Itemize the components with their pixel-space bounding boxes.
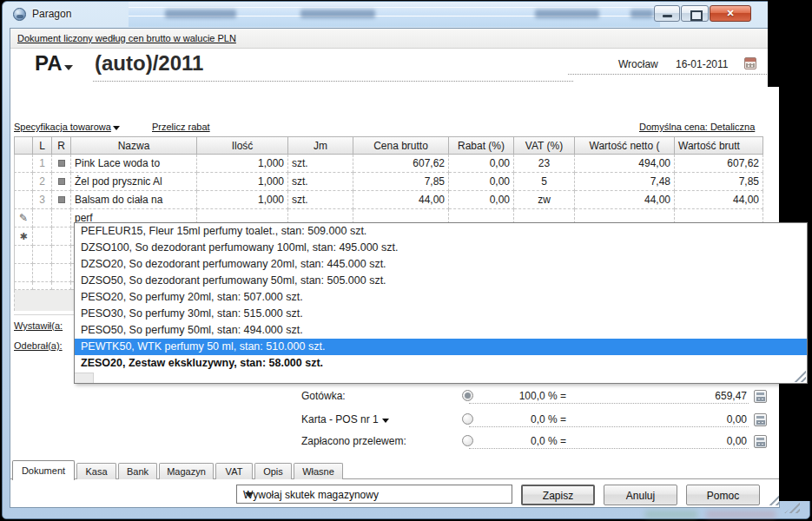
suggestion-item[interactable]: PESO30, So perfumy 30ml, stan: 515.000 s…	[75, 306, 807, 322]
tab-magazyn[interactable]: Magazyn	[159, 463, 214, 479]
cash-label: Gotówka:	[301, 390, 346, 402]
received-by-label[interactable]: Odebrał(a):	[14, 340, 63, 351]
help-button[interactable]: Pomoc	[686, 485, 760, 505]
window-title: Paragon	[32, 8, 71, 20]
tab-kasa[interactable]: Kasa	[76, 463, 116, 479]
table-row[interactable]: 2 Żel pod prysznic Al 1,000 szt. 7,85 0,…	[14, 173, 763, 191]
app-icon	[13, 8, 26, 21]
titlebar[interactable]: Paragon	[3, 2, 809, 27]
document-number[interactable]: (auto)/2011	[95, 51, 203, 76]
col-unit[interactable]: Jm	[288, 136, 353, 155]
row-flag-icon	[58, 178, 65, 185]
transfer-radio[interactable]	[462, 435, 473, 446]
tab-opis[interactable]: Opis	[254, 463, 292, 479]
col-l[interactable]: L	[33, 136, 52, 155]
default-price-link[interactable]: Domyślna cena: Detaliczna	[639, 122, 755, 132]
document-number-underline	[93, 81, 573, 82]
card-amount[interactable]: 0,00	[618, 413, 747, 425]
cash-amount[interactable]: 659,47	[618, 390, 747, 402]
minimize-button[interactable]	[654, 5, 680, 22]
card-percent[interactable]: 0,0 % =	[479, 413, 566, 425]
card-dropdown[interactable]: Karta - POS nr 1	[301, 413, 389, 425]
warehouse-effect-combobox[interactable]: Wywołaj skutek magazynowy	[236, 485, 512, 504]
col-gross-value[interactable]: Wartość brutt	[675, 136, 763, 155]
suggestion-item[interactable]: PEFLEUR15, Fleur 15ml perfumy toalet., s…	[75, 223, 807, 240]
new-row-icon: ✱	[19, 231, 27, 241]
transfer-amount[interactable]: 0,00	[618, 435, 747, 447]
close-button[interactable]	[710, 5, 751, 22]
cancel-button[interactable]: Anuluj	[604, 485, 677, 505]
transfer-percent[interactable]: 0,0 % =	[479, 435, 566, 447]
col-r[interactable]: R	[52, 136, 71, 155]
suggestion-item-selected[interactable]: PEWTK50, WTK perfumy 50 ml, stan: 510.00…	[75, 339, 807, 355]
specification-dropdown[interactable]: Specyfikacja towarowa	[14, 122, 120, 132]
chevron-down-icon	[245, 492, 254, 498]
suggestion-item[interactable]: DZSO100, So dezodorant perfumowany 100ml…	[75, 240, 807, 256]
pencil-icon: ✎	[19, 212, 28, 224]
recalc-discount-link[interactable]: Przelicz rabat	[152, 122, 210, 132]
tab-bank[interactable]: Bank	[118, 463, 157, 479]
city-date-underline	[568, 74, 772, 75]
col-discount[interactable]: Rabat (%)	[449, 136, 514, 155]
document-symbol-dropdown[interactable]: PA	[35, 51, 73, 76]
pricing-info-link[interactable]: Dokument liczony według cen brutto w wal…	[17, 33, 236, 43]
restore-button[interactable]	[681, 5, 709, 22]
col-qty[interactable]: Ilość	[197, 136, 288, 155]
suggestion-item[interactable]: ZESO20, Zestaw ekskluzywny, stan: 58.000…	[75, 355, 807, 372]
suggestion-item[interactable]: DZSO50, So dezodorant perfumowany 50ml, …	[75, 273, 807, 289]
tab-wlasne[interactable]: Własne	[294, 463, 343, 479]
table-row[interactable]: 1 Pink Lace woda to 1,000 szt. 607,62 0,…	[14, 155, 763, 173]
save-button[interactable]: Zapisz	[521, 485, 595, 505]
tab-vat[interactable]: VAT	[215, 463, 253, 479]
suggestion-item[interactable]: PESO20, So perfumy 20ml, stan: 507.000 s…	[75, 289, 807, 306]
calendar-icon[interactable]	[744, 57, 756, 69]
calculator-icon[interactable]	[754, 390, 767, 403]
payment-row-transfer: Zapłacono przelewem: 0,0 % = 0,00	[10, 433, 779, 451]
col-name[interactable]: Nazwa	[71, 136, 197, 155]
table-row[interactable]: 3 Balsam do ciała na 1,000 szt. 44,00 0,…	[14, 191, 763, 209]
pricing-info-bar: Dokument liczony według cen brutto w wal…	[10, 29, 779, 49]
card-radio[interactable]	[462, 413, 473, 425]
suggestion-item[interactable]: DZSO20, So dezodorant perfumowany 20ml, …	[75, 256, 807, 273]
col-net-value[interactable]: Wartość netto (	[575, 136, 675, 155]
document-city[interactable]: Wrocław	[618, 58, 658, 70]
document-date[interactable]: 16-01-2011	[676, 58, 729, 70]
suggestion-item[interactable]: PESO50, So perfumy 50ml, stan: 494.000 s…	[75, 322, 807, 339]
titlebar-glass-background	[129, 2, 660, 27]
transfer-label: Zapłacono przelewem:	[301, 435, 406, 447]
col-vat[interactable]: VAT (%)	[514, 136, 575, 155]
popup-corner	[75, 373, 94, 383]
payment-row-card: Karta - POS nr 1 0,0 % = 0,00	[10, 412, 779, 429]
issued-by-label[interactable]: Wystawił(a:	[14, 320, 63, 331]
cash-percent[interactable]: 100,0 % =	[479, 390, 566, 402]
row-flag-icon	[58, 160, 65, 167]
tab-dokument[interactable]: Dokument	[12, 460, 75, 480]
calculator-icon[interactable]	[754, 435, 767, 448]
payment-row-cash: Gotówka: 100,0 % = 659,47	[10, 388, 779, 406]
calculator-icon[interactable]	[754, 413, 767, 426]
col-gross-price[interactable]: Cena brutto	[353, 136, 449, 155]
cash-radio[interactable]	[462, 390, 473, 401]
product-suggestions-popup: PEFLEUR15, Fleur 15ml perfumy toalet., s…	[74, 222, 808, 384]
row-flag-icon	[58, 196, 65, 203]
grid-header-row: L R Nazwa Ilość Jm Cena brutto Rabat (%)…	[14, 136, 763, 155]
resize-grip[interactable]	[766, 492, 779, 505]
